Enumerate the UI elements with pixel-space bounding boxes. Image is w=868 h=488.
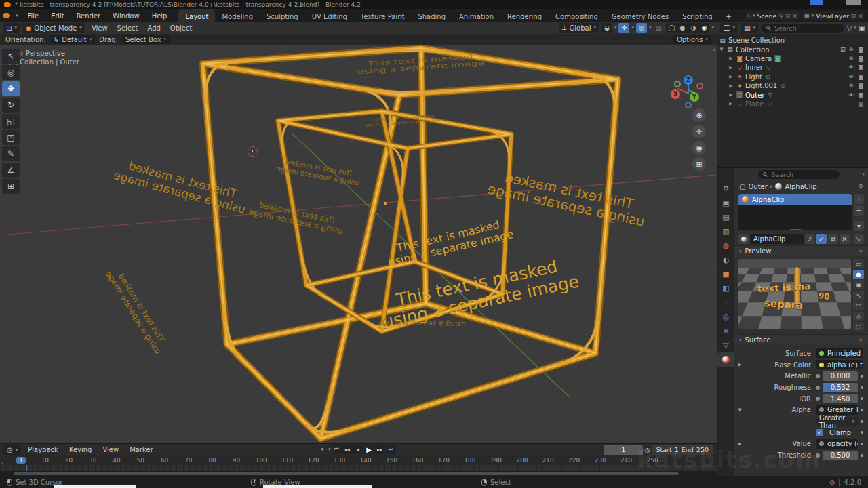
disclosure-triangle[interactable]: ▶ <box>728 101 734 106</box>
frame-tick[interactable]: 30 <box>88 457 98 464</box>
timeline-menu-item[interactable]: Keying <box>64 446 98 453</box>
greater-than-dropdown[interactable]: Greater Than▾ <box>816 417 858 426</box>
remove-slot-button[interactable]: − <box>854 205 864 216</box>
collection-checkbox[interactable]: ☑ <box>840 46 846 53</box>
shading-rendered-button[interactable]: ◉ <box>698 23 709 33</box>
perspective-toggle-button[interactable]: ⊞ <box>692 157 706 171</box>
disclosure-triangle[interactable]: ▼ <box>719 47 724 52</box>
frame-tick[interactable]: 50 <box>136 457 145 464</box>
frame-tick[interactable]: 230 <box>595 457 606 464</box>
drag-dropdown[interactable]: Select Box▾ <box>122 35 170 44</box>
sidebar-collapse-arrow[interactable]: ‹ <box>713 46 715 53</box>
preview-fluid-button[interactable]: ◌ <box>853 322 864 331</box>
roughness-slider[interactable]: 0.532 <box>823 383 858 392</box>
frame-tick[interactable]: 160 <box>412 457 423 464</box>
camera-toggle-icon[interactable]: ◙ <box>857 64 865 70</box>
add-slot-button[interactable]: + <box>854 194 864 204</box>
disclosure-triangle[interactable]: ▶ <box>728 56 734 61</box>
tool-transform[interactable]: ◰ <box>2 130 20 145</box>
timeline-menu-item[interactable]: Marker <box>124 446 159 453</box>
new-collection-button[interactable]: ▣ <box>859 24 865 32</box>
overlays-toggle-button[interactable]: ◎ <box>636 23 647 33</box>
frame-tick[interactable]: 190 <box>490 457 502 464</box>
frame-tick[interactable]: 240 <box>620 457 632 464</box>
orientation-dropdown[interactable]: ↳Default▾ <box>50 35 95 44</box>
fake-user-shield-button[interactable]: ✓ <box>816 234 827 244</box>
disclosure-triangle[interactable]: ▶ <box>728 83 734 89</box>
pin-icon[interactable]: ⚲ <box>859 183 863 190</box>
timeline-expand-arrow[interactable]: › <box>1 459 4 466</box>
disclosure-triangle[interactable]: ▶ <box>728 92 734 98</box>
breadcrumb-object[interactable]: Outer <box>748 183 767 190</box>
tool-move[interactable]: ✥ <box>2 81 20 96</box>
timeline-editor-type-button[interactable]: ◷▾ <box>3 445 21 455</box>
prev-frame-button[interactable]: ◂ <box>353 445 363 454</box>
tab-render[interactable]: ▣ <box>717 196 734 210</box>
frame-tick[interactable]: 70 <box>184 457 193 464</box>
gizmo-minus-z[interactable] <box>685 102 692 108</box>
frame-tick[interactable]: 250 <box>646 457 658 464</box>
viewport-menu-item[interactable]: View <box>87 24 113 32</box>
snap-magnet-button[interactable]: ◒ <box>601 23 612 33</box>
frame-tick[interactable]: 150 <box>386 457 397 464</box>
close-icon[interactable]: ✕ <box>792 12 797 20</box>
editor-type-button[interactable]: ⊞▾ <box>3 23 20 33</box>
workspace-tab[interactable]: Geometry Nodes <box>605 9 675 22</box>
viewport-menu-item[interactable]: Object <box>165 24 197 32</box>
expand-icon[interactable]: ▶ <box>734 362 745 367</box>
breadcrumb-material[interactable]: AlphaClip <box>785 183 816 190</box>
tab-tool[interactable]: ⚙ <box>717 182 734 196</box>
copy-material-button[interactable]: ⧉ <box>828 234 838 244</box>
eye-closed-icon[interactable]: ⌣ <box>848 100 855 107</box>
playhead[interactable] <box>26 465 27 471</box>
workspace-tab[interactable]: Texture Paint <box>354 9 412 22</box>
collapse-icon[interactable]: ▼ <box>734 407 745 413</box>
workspace-tab[interactable]: + <box>719 9 738 22</box>
blender-menu-button[interactable]: ▾ <box>0 9 22 22</box>
clamp-checkbox[interactable]: ✓ <box>816 429 823 436</box>
tab-world[interactable]: ◐ <box>717 253 734 267</box>
scene-selector[interactable]: △▾ Scene ⚲ ⧉ ✕ <box>745 11 800 20</box>
auto-key-button[interactable]: ⏺ <box>317 445 328 454</box>
frame-tick[interactable]: 20 <box>64 457 74 464</box>
tool-scale[interactable]: ◱ <box>2 114 20 129</box>
users-count-button[interactable]: 2 <box>805 234 814 244</box>
camera-toggle-icon[interactable]: ◙ <box>857 56 865 62</box>
tab-output[interactable]: ▤ <box>717 210 734 224</box>
frame-tick[interactable]: 140 <box>359 457 371 464</box>
camera-view-button[interactable]: ◉ <box>692 141 706 155</box>
preview-flat-button[interactable]: ▭ <box>853 259 864 268</box>
outliner-row-outer[interactable]: ▶ ▽ Outer ▽ 👁︎ ◙ <box>719 90 867 99</box>
workspace-tab[interactable]: Layout <box>178 9 215 22</box>
workspace-tab[interactable]: Modeling <box>215 9 260 22</box>
keyframe-dot-icon[interactable] <box>861 443 863 445</box>
keyframe-dot-icon[interactable] <box>861 409 863 411</box>
gizmo-z-axis[interactable]: Z <box>684 75 693 85</box>
eye-icon[interactable]: 👁︎ <box>848 64 855 70</box>
eye-icon[interactable]: 👁︎ <box>848 83 855 89</box>
tab-particles[interactable]: ∴ <box>717 296 734 310</box>
camera-toggle-icon[interactable]: ◙ <box>857 47 865 53</box>
keyframe-dot-icon[interactable] <box>861 420 863 423</box>
frame-tick[interactable]: 60 <box>160 457 170 464</box>
surface-panel-header[interactable]: ▾ Surface ⠿ <box>734 334 868 345</box>
gizmo-toggle-button[interactable]: ✛ <box>618 23 629 33</box>
camera-toggle-icon[interactable]: ◙ <box>857 92 865 98</box>
value-texture-field[interactable]: opacity (c).tga <box>816 439 858 449</box>
timeline-scrollbar[interactable] <box>0 471 717 476</box>
camera-toggle-icon[interactable]: ◙ <box>857 74 865 80</box>
timeline-menu-item[interactable]: View <box>97 446 124 453</box>
menu-item[interactable]: Window <box>106 12 145 20</box>
frame-tick[interactable]: 90 <box>231 457 241 464</box>
shading-material-button[interactable]: ◑ <box>688 23 698 33</box>
outliner-row-inner[interactable]: ▶ ▽ Inner ▽ 👁︎ ◙ <box>719 63 867 72</box>
tab-constraints[interactable]: ⊗ <box>717 324 734 338</box>
list-resize-grip[interactable] <box>790 228 801 230</box>
frame-tick[interactable]: 180 <box>464 457 475 464</box>
frame-tick[interactable]: 10 <box>40 457 50 464</box>
prev-keyframe-button[interactable]: ◂◂ <box>342 445 353 454</box>
viewport-menu-item[interactable]: Add <box>142 24 165 32</box>
viewlayer-selector[interactable]: ▦▾ ViewLayer ⧉ ✕ <box>802 11 865 20</box>
outliner-row-scene-collection[interactable]: ▤ Scene Collection <box>719 36 867 45</box>
browse-material-button[interactable] <box>738 234 749 244</box>
